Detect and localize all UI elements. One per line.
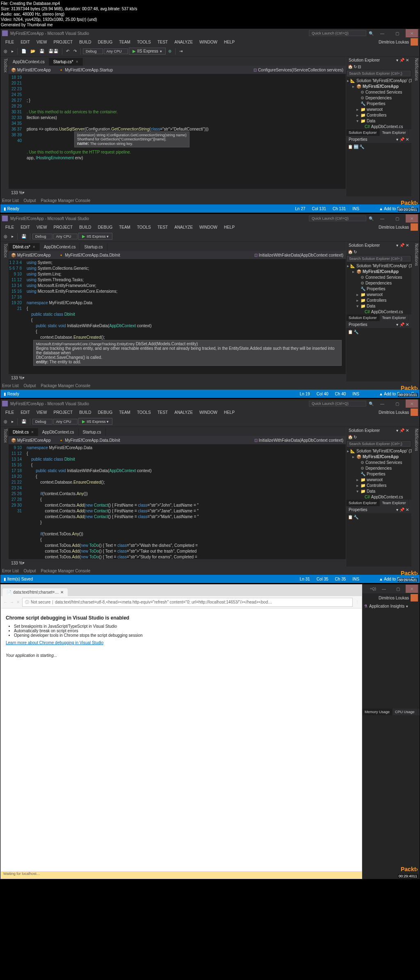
solution-tree[interactable]: ▸📐 Solution 'MyFirstEfCoreApp' (1 projec… [346, 77, 411, 129]
categorize-icon[interactable]: 📋 [348, 330, 353, 334]
save-icon[interactable]: 💾 [20, 233, 28, 239]
pin-icon[interactable]: ▾ 📌 ✕ [396, 428, 409, 433]
tab-output[interactable]: Output [24, 198, 36, 203]
editor-tab[interactable]: DbInit.cs*× [9, 243, 40, 251]
notifications-tab[interactable]: Notifications [414, 429, 419, 565]
save-icon[interactable]: 💾 [20, 418, 28, 425]
search-icon[interactable]: 🔍 [369, 402, 374, 406]
pin-icon[interactable]: ▾ 📌 ✕ [396, 243, 409, 248]
user-name[interactable]: Dimitrios Loukas [379, 596, 409, 600]
tab-close-icon[interactable]: × [76, 60, 78, 64]
code-editor[interactable]: 18 19 20 21 22 23 24 25 26 27 28 29 30 3… [9, 74, 346, 189]
categorize-icon[interactable]: 📋 [348, 515, 353, 519]
editor-tab[interactable]: Startup.cs [79, 428, 106, 436]
maximize-button[interactable]: ▢ [392, 585, 404, 593]
menu-item[interactable]: TEST [154, 224, 171, 230]
zoom-level[interactable]: 133 % [11, 376, 23, 380]
editor-tab[interactable]: AppDbContext.cs [38, 428, 79, 436]
maximize-button[interactable]: ▢ [391, 399, 403, 408]
config-dropdown[interactable]: Debug [83, 48, 103, 54]
class-nav[interactable]: 🔸 MyFirstEfCoreApp.Data.DbInit [59, 253, 120, 257]
close-button[interactable]: ✕ [406, 399, 418, 408]
menu-item[interactable]: ANALYZE [171, 224, 196, 230]
tree-item[interactable]: C# AppDbContext.cs [347, 494, 411, 500]
tree-item[interactable]: ⚙ Dependencies [347, 95, 411, 101]
zoom-level[interactable]: 133 % [11, 190, 23, 195]
notifications-tab[interactable]: Notifications [414, 58, 419, 195]
tree-item[interactable]: ⚙ Connected Services [347, 460, 411, 466]
menu-item[interactable]: EDIT [17, 224, 33, 230]
alpha-icon[interactable]: 🔤 [354, 145, 358, 149]
menu-edit[interactable]: EDIT [17, 39, 33, 45]
tree-item[interactable]: ⚙ Dependencies [347, 280, 411, 286]
code-editor[interactable]: 1 2 3 4 5 6 7 8 9 10 11 12 13 14 15 16 1… [9, 259, 346, 374]
platform-dropdown[interactable]: Any CPU [53, 419, 78, 425]
nav-back-icon[interactable]: ◎ [2, 418, 9, 425]
editor-tab[interactable]: AppDbContext.cs [40, 243, 80, 251]
nav-back-icon[interactable]: ◎ [2, 48, 9, 54]
tab-cpu[interactable]: CPU Usage [393, 709, 418, 715]
menu-help[interactable]: HELP [221, 39, 238, 45]
close-button[interactable]: ✕ [406, 214, 418, 223]
maximize-button[interactable]: ▢ [391, 214, 403, 223]
menu-item[interactable]: WINDOW [196, 409, 221, 415]
tree-item[interactable]: ▸📁 Controllers [347, 483, 411, 489]
tree-item[interactable]: ▾📁 Data [347, 489, 411, 494]
class-nav[interactable]: 🔸 MyFirstEfCoreApp.Startup [59, 68, 113, 72]
tree-item[interactable]: ⚙ Dependencies [347, 466, 411, 471]
tree-item[interactable]: ▸📁 wwwroot [347, 477, 411, 483]
menu-item[interactable]: TOOLS [134, 224, 154, 230]
menu-item[interactable]: HELP [221, 409, 238, 415]
solexp-search[interactable]: Search Solution Explorer (Ctrl+;) [347, 256, 411, 262]
nav-fwd-icon[interactable]: ▸ [10, 233, 15, 239]
tree-item[interactable]: ▸📁 Controllers [347, 298, 411, 303]
tree-item[interactable]: ▸📦 MyFirstEfCoreApp [347, 454, 411, 460]
method-nav[interactable]: ⊡ ConfigureServices(IServiceCollection s… [253, 68, 343, 72]
menu-item[interactable]: VIEW [33, 224, 50, 230]
menu-build[interactable]: BUILD [76, 39, 94, 45]
categorize-icon[interactable]: 📋 [348, 145, 353, 149]
tab-memory[interactable]: Memory Usage [362, 709, 393, 715]
home-icon[interactable]: 🏠 [348, 64, 353, 69]
wrench-icon[interactable]: 🔧 [359, 145, 364, 149]
project-nav[interactable]: 📦 MyFirstEfCoreApp [11, 68, 50, 72]
menu-window[interactable]: WINDOW [196, 39, 221, 45]
new-item-icon[interactable]: 📄 [20, 48, 28, 54]
url-bar[interactable]: ⓘ Not secure | data:text/html;charset=ut… [22, 598, 353, 607]
user-avatar-icon[interactable] [411, 223, 418, 231]
nav-fwd-icon[interactable]: ▸ [10, 48, 15, 54]
save-all-icon[interactable]: 💾💾 [47, 48, 60, 54]
home-icon[interactable]: 🏠 [348, 250, 353, 254]
user-avatar-icon[interactable] [411, 409, 418, 416]
menu-item[interactable]: FILE [2, 409, 17, 415]
platform-dropdown[interactable]: Any CPU [104, 48, 128, 54]
menu-analyze[interactable]: ANALYZE [171, 39, 196, 45]
flask-icon[interactable]: ⚗ [364, 604, 368, 608]
menu-team[interactable]: TEAM [116, 39, 134, 45]
platform-dropdown[interactable]: Any CPU [53, 234, 78, 239]
fwd-icon[interactable]: → [10, 600, 14, 604]
code-content[interactable]: namespace MyFirstEfCoreApp.Data { public… [25, 444, 346, 559]
quick-launch-input[interactable]: Quick Launch (Ctrl+Q) [309, 401, 366, 406]
tab-close-icon[interactable]: × [31, 430, 34, 434]
zoom-level[interactable]: 133 % [11, 561, 23, 565]
solexp-search[interactable]: Search Solution Explorer (Ctrl+;) [347, 71, 411, 76]
solexp-search[interactable]: Search Solution Explorer (Ctrl+;) [347, 441, 411, 447]
tree-item[interactable]: ⚙ Connected Services [347, 90, 411, 95]
tab-appdbcontext[interactable]: AppDbContext.cs [9, 58, 49, 66]
user-avatar-icon[interactable] [411, 594, 418, 601]
minimize-button[interactable]: — [376, 214, 388, 223]
user-name[interactable]: Dimitrios Loukas [379, 410, 409, 415]
menu-item[interactable]: HELP [221, 224, 238, 230]
toolbox-tab[interactable]: Toolbox [3, 429, 8, 565]
toolbox-tab[interactable]: Toolbox [3, 58, 8, 195]
tree-item[interactable]: ⚙ Connected Services [347, 275, 411, 280]
menu-item[interactable]: DEBUG [95, 224, 116, 230]
solution-tree[interactable]: ▸📐 Solution 'MyFirstEfCoreApp' (1 projec… [346, 262, 411, 314]
class-nav[interactable]: 🔸 MyFirstEfCoreApp.Data.DbInit [59, 438, 120, 443]
search-icon[interactable]: 🔍 [369, 31, 374, 36]
undo-icon[interactable]: ↶ [64, 48, 71, 54]
step-icon[interactable]: ⇥ [178, 48, 184, 54]
menu-item[interactable]: VIEW [33, 409, 50, 415]
code-editor[interactable]: 9 10 11 12 13 14 15 16 17 18 19 20 21 22… [9, 444, 346, 559]
